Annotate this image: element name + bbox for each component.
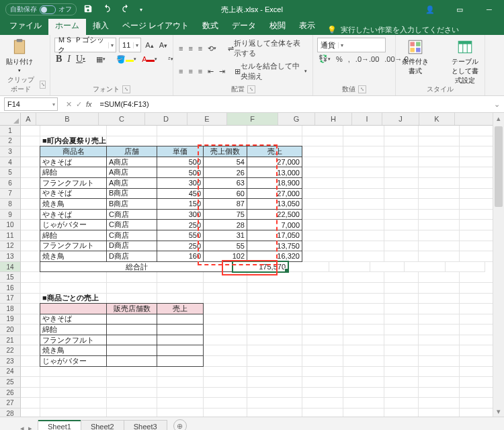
cell[interactable]	[288, 262, 329, 273]
row-header[interactable]: 6	[0, 178, 21, 189]
cell[interactable]: 160	[157, 251, 204, 262]
cell[interactable]: 27,000	[247, 157, 302, 168]
cell[interactable]: 27,000	[247, 188, 302, 200]
cell[interactable]	[343, 199, 384, 210]
cell[interactable]: 販売店舗数	[106, 303, 157, 314]
cell[interactable]	[40, 367, 107, 378]
cell[interactable]	[247, 398, 302, 408]
cell[interactable]: D商店	[106, 241, 157, 252]
cell[interactable]	[204, 398, 247, 408]
cell[interactable]: 54	[203, 157, 247, 168]
align-middle-icon[interactable]: ≡	[187, 44, 194, 53]
tab-review[interactable]: 校閲	[263, 17, 292, 35]
cell[interactable]	[40, 272, 107, 283]
cell[interactable]	[157, 314, 204, 325]
row-header[interactable]: 11	[0, 230, 21, 241]
cell[interactable]	[302, 178, 343, 189]
cell[interactable]	[204, 388, 247, 398]
row-header[interactable]: 21	[0, 335, 21, 346]
percent-icon[interactable]: %	[335, 54, 344, 64]
row-header[interactable]: 4	[0, 157, 21, 168]
cell[interactable]	[419, 241, 460, 252]
row-header[interactable]: 18	[0, 304, 21, 314]
cell[interactable]	[247, 356, 302, 367]
row-header[interactable]: 7	[0, 189, 21, 200]
cell[interactable]	[384, 157, 419, 168]
comma-icon[interactable]: ,	[347, 54, 351, 64]
undo-icon[interactable]	[99, 3, 114, 16]
underline-button[interactable]: U ▾	[75, 54, 87, 64]
cell[interactable]	[204, 377, 247, 388]
cell[interactable]	[419, 377, 460, 388]
cell[interactable]	[157, 272, 204, 283]
row-header[interactable]: 22	[0, 345, 21, 356]
cell[interactable]	[384, 146, 419, 157]
cell[interactable]	[302, 335, 343, 346]
cell[interactable]: 102	[203, 251, 247, 262]
cell[interactable]	[157, 324, 204, 335]
cell[interactable]: 16,320	[247, 251, 302, 262]
cell[interactable]	[21, 356, 40, 367]
col-header[interactable]: A	[21, 113, 36, 125]
cell[interactable]	[157, 388, 204, 398]
col-header[interactable]: F	[227, 113, 278, 125]
cell[interactable]	[302, 345, 343, 356]
cell[interactable]: C商店	[106, 230, 157, 241]
cell[interactable]	[343, 283, 384, 294]
cell[interactable]	[343, 126, 384, 136]
cell[interactable]	[419, 367, 460, 378]
cell[interactable]: やきそば	[40, 157, 107, 168]
cell[interactable]	[247, 304, 302, 314]
cell[interactable]: 単価	[157, 146, 204, 157]
cell[interactable]: 綿飴	[40, 324, 107, 335]
cell[interactable]	[384, 388, 419, 398]
col-header[interactable]: B	[36, 113, 99, 125]
inc-decimal-icon[interactable]: .0→.00	[354, 54, 380, 64]
minimize-button[interactable]: ─	[474, 0, 504, 19]
cell[interactable]	[302, 136, 343, 147]
cell[interactable]	[343, 251, 384, 262]
cell[interactable]: 450	[157, 188, 204, 200]
cell[interactable]: じゃがバター	[40, 355, 107, 367]
cell[interactable]	[302, 157, 343, 168]
cell[interactable]	[40, 377, 107, 388]
cell[interactable]	[247, 294, 302, 304]
cell[interactable]: 焼き鳥	[40, 345, 107, 356]
new-sheet-button[interactable]: ⊕	[173, 419, 187, 430]
cell[interactable]	[419, 283, 460, 294]
insert-function-icon[interactable]: fx	[86, 100, 92, 109]
cell[interactable]	[21, 262, 40, 273]
cell[interactable]	[21, 304, 40, 314]
cell[interactable]	[302, 230, 343, 241]
cell[interactable]: B商店	[106, 198, 157, 210]
cell[interactable]: 22,500	[247, 209, 302, 220]
cell[interactable]: 7,000	[247, 219, 302, 230]
cell[interactable]: 75	[203, 209, 247, 220]
cell[interactable]	[204, 356, 247, 367]
expand-formula-bar-icon[interactable]: ⌄	[490, 100, 504, 109]
cell[interactable]: フランクフルト	[40, 335, 107, 346]
spreadsheet-grid[interactable]: ABCDEFGHIJK 12■町内会夏祭り売上表3商品名店舗単価売上個数売上4や…	[0, 113, 504, 417]
cell[interactable]	[157, 355, 204, 367]
cell[interactable]: 商品名	[40, 146, 107, 157]
cell[interactable]: やきそば	[40, 188, 107, 200]
cell[interactable]: 28	[203, 219, 247, 230]
cell[interactable]	[343, 325, 384, 335]
cell[interactable]	[157, 398, 204, 408]
cell[interactable]	[343, 241, 384, 252]
cell[interactable]: 500	[157, 157, 204, 168]
cell[interactable]	[419, 189, 460, 200]
cell[interactable]: 焼き鳥	[40, 251, 107, 262]
cell[interactable]	[343, 210, 384, 220]
align-left-icon[interactable]: ≡	[177, 67, 184, 76]
cell[interactable]: 17,050	[247, 230, 302, 241]
cell[interactable]	[204, 325, 247, 335]
cell[interactable]	[343, 146, 384, 157]
cell[interactable]: フランクフルト	[40, 177, 107, 189]
cell[interactable]	[343, 157, 384, 168]
dialog-launcher-icon[interactable]: ⤡	[122, 85, 130, 93]
cell[interactable]	[343, 189, 384, 200]
dialog-launcher-icon[interactable]: ⤡	[358, 85, 366, 93]
cell[interactable]	[247, 314, 302, 325]
cell[interactable]	[419, 230, 460, 241]
